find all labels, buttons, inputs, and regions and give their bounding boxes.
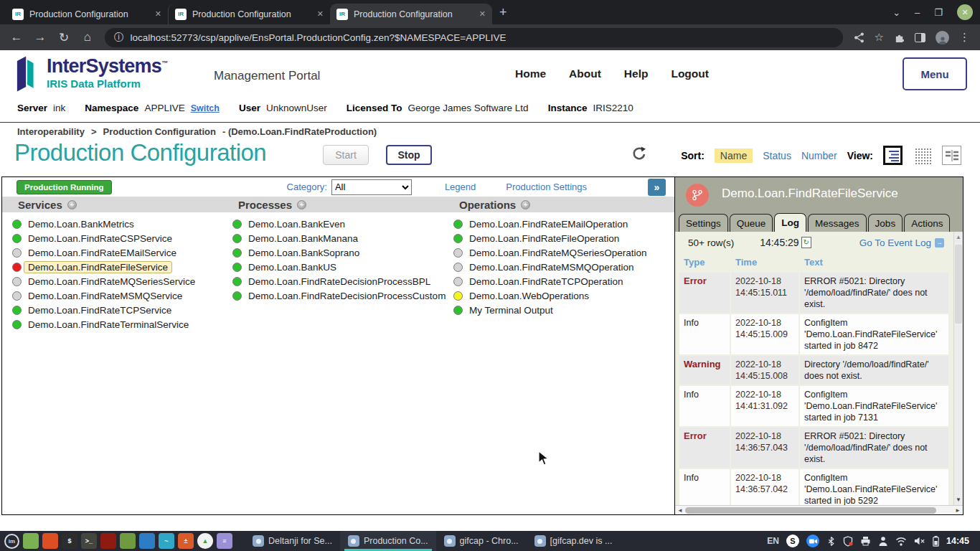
extensions-puzzle-icon[interactable] [894,32,905,43]
log-row[interactable]: Warning 2022-10-18 14:45:15.008 Director… [679,356,948,385]
tab-close-icon[interactable]: ✕ [155,9,161,19]
service-item[interactable]: Demo.Loan.FindRateFileService [12,260,222,274]
folder-icon[interactable] [120,533,136,549]
keyboard-layout-indicator[interactable]: EN [767,536,779,546]
notes-icon[interactable]: ≡ [217,533,232,549]
volume-muted-icon[interactable] [914,536,925,546]
process-item[interactable]: Demo.Loan.BankUS [232,260,443,274]
text-column-header[interactable]: Text [800,255,948,271]
window-manager-icon[interactable] [23,533,39,549]
details-tab[interactable]: Messages [808,214,867,232]
stop-button[interactable]: Stop [386,145,432,165]
process-item[interactable]: Demo.Loan.BankEven [232,217,443,231]
security-shield-icon[interactable] [843,536,853,547]
minimize-button[interactable]: – [915,7,920,18]
back-button[interactable]: ← [10,30,23,44]
forward-button[interactable]: → [34,30,47,44]
operation-item[interactable]: Demo.Loan.FindRateTCPOperation [453,274,674,288]
compass-icon[interactable]: ▲ [197,533,213,549]
operation-item[interactable]: Demo.Loan.FindRateFileOperation [453,231,674,245]
wifi-icon[interactable] [895,537,907,546]
calculator-icon[interactable]: ± [178,533,194,549]
portal-nav-link[interactable]: About [569,67,601,80]
profile-avatar[interactable] [936,31,949,44]
operation-item[interactable]: Demo.Loan.FindRateMQSeriesOperation [453,245,674,260]
refresh-log-icon[interactable]: ↻ [801,237,811,248]
legend-link[interactable]: Legend [445,182,476,192]
home-button[interactable]: ⌂ [81,30,94,44]
address-bar[interactable]: ⓘ localhost:52773/csp/applive/EnsPortal.… [105,28,843,47]
close-window-button[interactable]: ✕ [957,4,973,20]
skype-tray-icon[interactable]: S [786,534,799,547]
maximize-button[interactable]: ❐ [934,7,943,18]
service-item[interactable]: Demo.Loan.FindRateTerminalService [12,317,222,331]
terminal-dark-icon[interactable]: $ [62,533,77,549]
log-horizontal-scrollbar[interactable]: ◄ ► [675,505,963,514]
taskbar-window-button[interactable]: [gifcap.dev is ... [527,531,621,551]
mint-menu-icon[interactable]: lm [4,534,19,549]
battery-icon[interactable] [933,536,939,547]
service-item[interactable]: Demo.Loan.FindRateCSPService [12,231,222,245]
taskbar-window-button[interactable]: Production Co... [340,531,436,551]
portal-nav-link[interactable]: Home [515,67,546,80]
log-row[interactable]: Info 2022-10-18 14:45:15.009 ConfigItem … [679,314,948,354]
bookmark-star-icon[interactable]: ☆ [875,31,884,44]
scroll-down-icon[interactable]: ▼ [956,496,961,503]
vertical-scroll-thumb[interactable] [955,245,962,324]
operation-item[interactable]: Demo.Loan.FindRateMSMQOperation [453,260,674,274]
details-tab[interactable]: Jobs [868,214,903,232]
sort-option[interactable]: Number [801,150,837,161]
breadcrumb-root[interactable]: Interoperability [17,126,85,137]
site-info-icon[interactable]: ⓘ [114,31,124,44]
menu-button[interactable]: Menu [903,57,967,90]
red-app-icon[interactable] [100,533,116,549]
reload-button[interactable]: ↻ [57,30,70,45]
view-list-button[interactable] [883,146,903,165]
log-row[interactable]: Error 2022-10-18 14:45:15.011 ERROR #502… [679,273,948,313]
process-item[interactable]: Demo.Loan.BankSoprano [232,245,443,260]
add-service-button[interactable]: + [67,200,77,209]
log-row[interactable]: Error 2022-10-18 14:36:57.043 ERROR #502… [679,428,948,468]
operation-item[interactable]: Demo.Loan.FindRateEMailOperation [453,217,674,231]
details-tab[interactable]: Settings [679,214,728,232]
browser-menu-icon[interactable]: ⋮ [959,31,970,44]
add-process-button[interactable]: + [297,200,306,209]
bluetooth-icon[interactable] [826,536,836,547]
production-settings-link[interactable]: Production Settings [506,182,587,192]
browser-tab[interactable]: IR Production Configuration ✕ [330,4,492,24]
portal-nav-link[interactable]: Logout [671,67,709,80]
service-item[interactable]: Demo.Loan.FindRateMQSeriesService [12,274,222,288]
terminal-green-icon[interactable]: >_ [81,533,97,549]
details-tab[interactable]: Queue [730,214,773,232]
wave-app-icon[interactable]: ~ [159,533,174,549]
tab-search-chevron-icon[interactable]: ⌄ [892,7,900,18]
process-item[interactable]: Demo.Loan.BankManana [232,231,443,245]
view-grid-button[interactable] [913,146,932,165]
process-item[interactable]: Demo.Loan.FindRateDecisionProcessCustom [232,288,443,303]
scroll-up-icon[interactable]: ▲ [956,234,961,240]
process-item[interactable]: Demo.Loan.FindRateDecisionProcessBPL [232,274,443,288]
log-vertical-scrollbar[interactable]: ▲ ▼ [953,232,963,505]
start-button[interactable]: Start [323,145,369,165]
switch-link[interactable]: Switch [191,103,220,113]
view-split-button[interactable] [942,146,961,165]
expand-panel-button[interactable]: » [648,179,666,196]
service-item[interactable]: Demo.Loan.BankMetrics [12,217,222,231]
details-tab[interactable]: Actions [904,214,950,232]
side-panel-icon[interactable] [915,33,925,42]
new-tab-button[interactable]: + [499,5,507,20]
tab-close-icon[interactable]: ✕ [479,9,486,19]
type-column-header[interactable]: Type [679,255,730,271]
taskbar-window-button[interactable]: gifcap - Chro... [436,531,527,551]
operation-item[interactable]: My Terminal Output [453,303,674,317]
log-row[interactable]: Info 2022-10-18 14:36:57.042 ConfigItem … [679,469,948,505]
user-session-icon[interactable] [878,536,888,546]
printer-icon[interactable] [860,536,871,546]
operation-item[interactable]: Demo.Loan.WebOperations [453,288,674,303]
scroll-left-icon[interactable]: ◄ [677,507,683,514]
go-to-event-log-link[interactable]: Go To Event Log → [859,237,944,248]
share-icon[interactable] [854,32,864,43]
taskbar-window-button[interactable]: Deltanji for Se... [245,531,340,551]
log-row[interactable]: Info 2022-10-18 14:41:31.092 ConfigItem … [679,386,948,426]
portal-nav-link[interactable]: Help [624,67,649,80]
